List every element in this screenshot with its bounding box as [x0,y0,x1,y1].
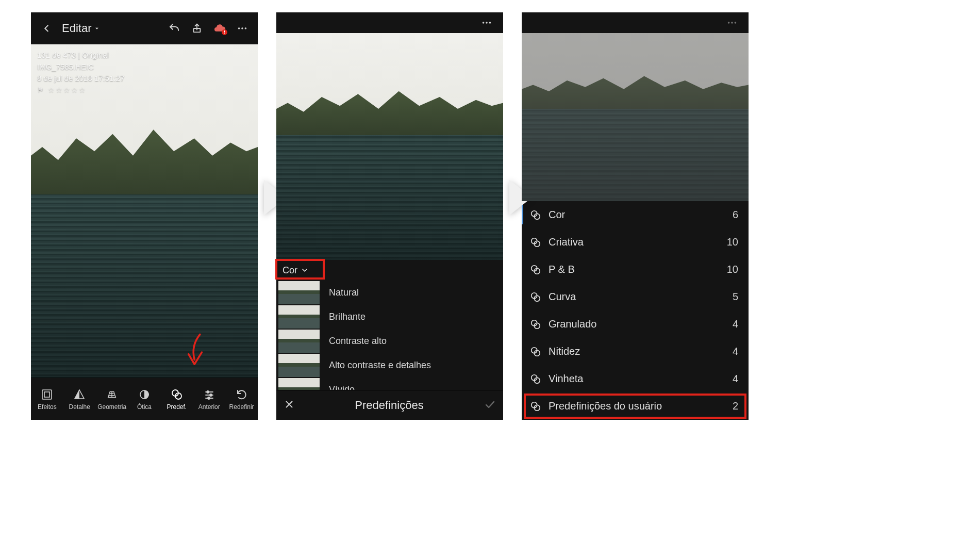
confirm-button[interactable] [484,398,496,413]
preset-thumbnail [278,354,320,377]
svg-point-6 [245,27,247,29]
preset-category-item[interactable]: Cor 6 [522,201,749,228]
image-info-overlay: 131 de 473 | Original IMG_7585.HEIC 8 de… [37,50,124,95]
tool-label: Efeitos [38,403,57,411]
preset-name: Natural [329,287,359,298]
image-filename: IMG_7585.HEIC [37,61,124,73]
close-button[interactable] [284,399,295,412]
undo-icon [168,22,180,35]
more-button[interactable] [232,18,253,39]
svg-rect-3 [224,33,225,34]
panel-footer: Predefinições [276,390,503,420]
more-button[interactable] [476,12,497,33]
preset-list: Natural Brilhante Contraste alto Alto co… [276,281,503,390]
svg-point-18 [210,394,212,396]
detail-icon [73,388,86,401]
topbar [522,12,749,33]
phone-screen-3: Cor 6 Criativa 10 P & B 10 Curva 5 Granu… [522,12,749,420]
preset-category-item[interactable]: Vinheta 4 [522,365,749,392]
phone-screen-2: Cor Natural Brilhante Contraste alto Alt… [276,12,503,420]
svg-point-26 [728,22,730,24]
category-label: Criativa [549,236,584,248]
preset-name: Contraste alto [329,336,387,347]
undo-button[interactable] [164,18,185,39]
more-horizontal-icon [481,17,492,28]
category-count: 6 [733,209,738,221]
panel-title: Predefinições [295,399,484,412]
svg-point-20 [208,397,210,399]
tool-effects[interactable]: Efeitos [31,378,63,420]
geometry-icon [105,388,119,401]
category-label: Granulado [549,318,596,330]
preset-item[interactable]: Brilhante [276,305,503,329]
topbar: Editar [31,12,258,44]
svg-point-4 [238,27,240,29]
photo-preview[interactable]: 131 de 473 | Original IMG_7585.HEIC 8 de… [31,44,258,378]
mode-dropdown[interactable]: Editar [59,22,104,35]
category-count: 5 [733,291,738,303]
preset-thumbnail [278,378,320,390]
preset-category-dropdown[interactable]: Cor [276,260,503,281]
tool-label: Redefinir [229,403,254,411]
tool-optics[interactable]: Ótica [128,378,161,420]
bottom-toolbar: Efeitos Detalhe Geometria Ótica [31,378,258,420]
svg-point-27 [731,22,733,24]
tool-label: Detalhe [69,403,90,411]
category-label: Nitidez [549,346,580,357]
presets-icon [170,388,184,401]
preset-category-item[interactable]: Criativa 10 [522,228,749,256]
share-button[interactable] [187,18,207,39]
preset-item[interactable]: Vívido [276,378,503,390]
caret-down-icon [93,25,101,32]
preset-item[interactable]: Alto contraste e detalhes [276,353,503,378]
back-button[interactable] [36,18,57,39]
preset-item[interactable]: Natural [276,281,503,305]
category-count: 2 [733,400,738,412]
rating-stars[interactable]: ⚑ ☆☆☆☆☆ [37,85,124,95]
optics-icon [138,388,151,401]
presets-icon [530,291,541,303]
presets-icon [530,319,541,330]
preset-name: Vívido [329,384,355,390]
svg-rect-2 [224,30,225,32]
tool-previous[interactable]: Anterior [193,378,225,420]
svg-point-22 [486,22,488,24]
presets-icon [530,346,541,357]
preset-category-label: Cor [283,265,297,276]
presets-icon [530,401,541,412]
close-icon [284,399,295,410]
category-count: 4 [733,373,738,385]
category-count: 4 [733,346,738,357]
preset-category-item-user[interactable]: Predefinições do usuário 2 [522,392,749,420]
cloud-alert-button[interactable] [209,18,230,39]
tool-label: Geometria [97,403,126,411]
photo-preview[interactable] [276,33,503,260]
tool-presets[interactable]: Predef. [160,378,193,420]
share-icon [191,23,203,34]
photo-preview[interactable] [522,33,749,201]
category-label: Predefinições do usuário [549,400,662,412]
tool-label: Predef. [167,403,187,411]
tool-reset[interactable]: Redefinir [225,378,258,420]
topbar [276,12,503,33]
category-count: 10 [727,236,738,248]
preset-category-item[interactable]: Nitidez 4 [522,338,749,365]
category-label: Cor [549,209,565,221]
category-label: P & B [549,264,575,275]
more-button[interactable] [722,12,742,33]
svg-point-23 [489,22,491,24]
preset-thumbnail [278,281,320,304]
preset-item[interactable]: Contraste alto [276,329,503,353]
preset-category-item[interactable]: Granulado 4 [522,310,749,338]
tool-geometry[interactable]: Geometria [96,378,128,420]
preset-name: Alto contraste e detalhes [329,360,431,371]
reset-icon [235,388,248,401]
more-horizontal-icon [237,23,248,34]
svg-point-21 [483,22,485,24]
tool-detail[interactable]: Detalhe [63,378,96,420]
previous-icon [203,388,216,401]
effects-icon [40,388,54,401]
preset-thumbnail [278,305,320,329]
preset-category-item[interactable]: Curva 5 [522,283,749,310]
preset-category-item[interactable]: P & B 10 [522,256,749,283]
